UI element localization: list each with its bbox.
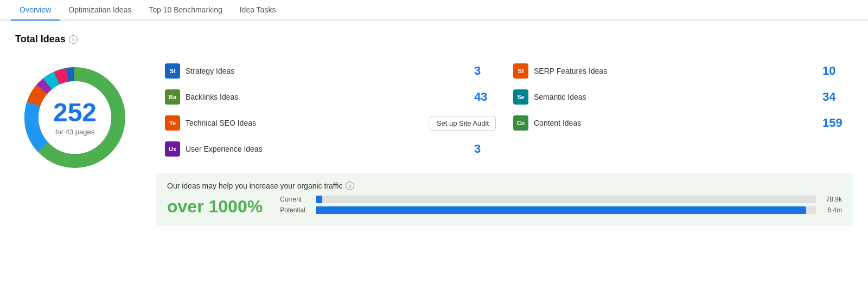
technical-badge: Te xyxy=(165,115,180,131)
traffic-box: Our ideas may help you increase your org… xyxy=(156,173,853,226)
technical-label: Technical SEO Ideas xyxy=(186,119,424,127)
donut-sub: for 43 pages xyxy=(53,128,97,136)
tabs-bar: Overview Optimization Ideas Top 10 Bench… xyxy=(0,0,868,21)
serp-label: SERP Features Ideas xyxy=(534,67,817,75)
content-badge: Co xyxy=(513,115,528,131)
idea-row-content: Co Content Ideas 159 xyxy=(505,110,853,136)
strategy-count: 3 xyxy=(474,64,496,78)
bar-value-potential: 6.4m xyxy=(821,206,842,214)
donut-number: 252 xyxy=(53,100,97,126)
ux-count: 3 xyxy=(474,142,496,156)
idea-row-technical: Te Technical SEO Ideas Set up Site Audit xyxy=(156,110,505,136)
strategy-label: Strategy Ideas xyxy=(186,67,469,75)
traffic-title: Our ideas may help you increase your org… xyxy=(167,181,842,190)
ux-badge: Ux xyxy=(165,141,180,157)
tab-optimization[interactable]: Optimization Ideas xyxy=(60,0,140,21)
strategy-badge: St xyxy=(165,63,180,79)
idea-row-strategy: St Strategy Ideas 3 xyxy=(156,58,505,84)
bar-label-current: Current xyxy=(280,196,310,203)
idea-row-semantic: Se Semantic Ideas 34 xyxy=(505,84,853,110)
setup-site-audit-button[interactable]: Set up Site Audit xyxy=(430,116,496,131)
traffic-percent: over 1000% xyxy=(167,197,263,217)
donut-chart: 252 for 43 pages xyxy=(15,58,135,177)
content-label: Content Ideas xyxy=(534,119,817,127)
bar-row-current: Current 78.9k xyxy=(280,196,842,203)
idea-row-serp: Sf SERP Features Ideas 10 xyxy=(505,58,853,84)
idea-row-ux: Ux User Experience Ideas 3 xyxy=(156,136,505,162)
backlinks-count: 43 xyxy=(474,90,496,104)
semantic-label: Semantic Ideas xyxy=(534,93,817,101)
ux-label: User Experience Ideas xyxy=(186,145,469,153)
serp-badge: Sf xyxy=(513,63,528,79)
info-icon[interactable]: i xyxy=(69,35,78,44)
bar-fill-potential xyxy=(316,206,806,214)
bar-track-current xyxy=(316,196,816,203)
bar-track-potential xyxy=(316,206,816,214)
section-title: Total Ideas xyxy=(15,34,66,45)
backlinks-badge: Ba xyxy=(165,89,180,105)
bar-fill-current xyxy=(316,196,322,203)
serp-count: 10 xyxy=(822,64,844,78)
semantic-badge: Se xyxy=(513,89,528,105)
tab-overview[interactable]: Overview xyxy=(11,0,60,21)
tab-tasks[interactable]: Idea Tasks xyxy=(231,0,285,21)
bar-label-potential: Potential xyxy=(280,206,310,214)
backlinks-label: Backlinks Ideas xyxy=(186,93,469,101)
tab-benchmarking[interactable]: Top 10 Benchmarking xyxy=(140,0,231,21)
bar-row-potential: Potential 6.4m xyxy=(280,206,842,214)
bar-value-current: 78.9k xyxy=(821,196,842,203)
idea-row-backlinks: Ba Backlinks Ideas 43 xyxy=(156,84,505,110)
traffic-info-icon[interactable]: i xyxy=(346,181,354,190)
semantic-count: 34 xyxy=(822,90,844,104)
content-count: 159 xyxy=(822,116,844,130)
